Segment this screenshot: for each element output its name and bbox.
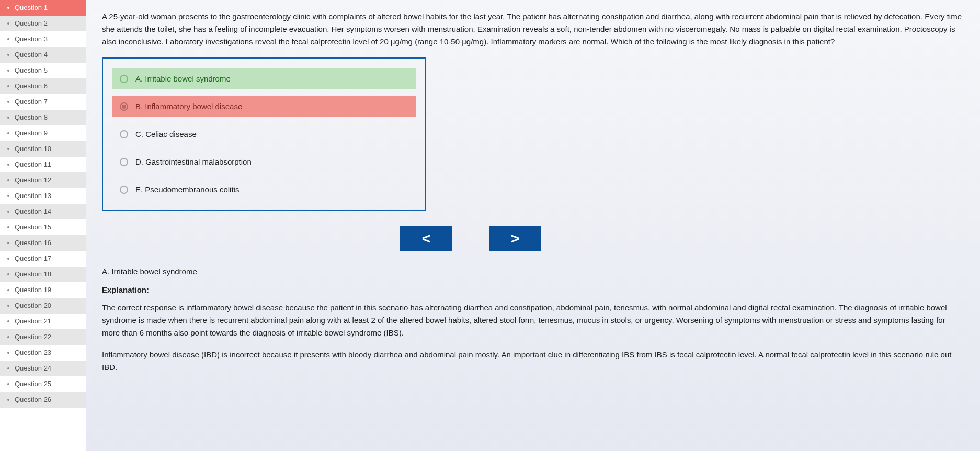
sidebar-item-question-7[interactable]: Question 7 [0, 94, 86, 110]
sidebar-item-question-18[interactable]: Question 18 [0, 267, 86, 282]
sidebar-item-question-17[interactable]: Question 17 [0, 251, 86, 267]
answer-option-e[interactable]: E. Pseudomembranous colitis [112, 179, 416, 200]
answer-option-b[interactable]: B. Inflammatory bowel disease [112, 96, 416, 117]
prev-button[interactable]: < [400, 226, 452, 251]
question-stem: A 25-year-old woman presents to the gast… [102, 10, 964, 48]
sidebar-item-question-15[interactable]: Question 15 [0, 219, 86, 235]
bullet-icon [7, 226, 9, 228]
sidebar-item-label: Question 8 [15, 113, 81, 121]
sidebar-item-question-1[interactable]: Question 1 [0, 0, 86, 16]
bullet-icon [7, 383, 9, 385]
bullet-icon [7, 117, 9, 119]
radio-icon [120, 158, 128, 166]
next-button[interactable]: > [489, 226, 541, 251]
sidebar-item-question-5[interactable]: Question 5 [0, 63, 86, 78]
bullet-icon [7, 336, 9, 338]
nav-buttons-row: < > [400, 226, 964, 251]
sidebar-item-question-8[interactable]: Question 8 [0, 110, 86, 125]
sidebar-item-label: Question 23 [15, 349, 81, 356]
sidebar-item-question-9[interactable]: Question 9 [0, 125, 86, 141]
option-text: C. Celiac disease [135, 130, 197, 138]
radio-icon [120, 186, 128, 194]
sidebar-item-label: Question 12 [15, 176, 81, 184]
sidebar-item-question-14[interactable]: Question 14 [0, 204, 86, 219]
sidebar-item-label: Question 17 [15, 255, 81, 262]
sidebar-item-question-22[interactable]: Question 22 [0, 329, 86, 345]
bullet-icon [7, 54, 9, 56]
sidebar-item-question-21[interactable]: Question 21 [0, 314, 86, 329]
main-content: A 25-year-old woman presents to the gast… [86, 0, 980, 451]
sidebar-item-label: Question 16 [15, 239, 81, 247]
bullet-icon [7, 7, 9, 9]
option-text: A. Irritable bowel syndrome [135, 74, 231, 83]
sidebar-item-label: Question 1 [15, 4, 81, 11]
sidebar-item-question-13[interactable]: Question 13 [0, 188, 86, 204]
explanation-paragraph: The correct response is inflammatory bow… [102, 302, 964, 339]
sidebar-item-label: Question 19 [15, 286, 81, 294]
sidebar-item-label: Question 24 [15, 364, 81, 372]
sidebar-item-question-10[interactable]: Question 10 [0, 141, 86, 157]
sidebar-item-label: Question 3 [15, 35, 81, 43]
option-text: D. Gastrointestinal malabsorption [135, 157, 252, 166]
options-panel: A. Irritable bowel syndromeB. Inflammato… [102, 57, 426, 211]
sidebar-item-label: Question 25 [15, 380, 81, 388]
answer-option-d[interactable]: D. Gastrointestinal malabsorption [112, 151, 416, 172]
sidebar-item-question-6[interactable]: Question 6 [0, 78, 86, 94]
option-text: B. Inflammatory bowel disease [135, 102, 242, 111]
answer-option-a[interactable]: A. Irritable bowel syndrome [112, 68, 416, 89]
sidebar-item-question-24[interactable]: Question 24 [0, 361, 86, 376]
sidebar-item-question-20[interactable]: Question 20 [0, 298, 86, 314]
sidebar-item-question-25[interactable]: Question 25 [0, 376, 86, 392]
correct-answer-heading: A. Irritable bowel syndrome [102, 267, 964, 276]
answer-option-c[interactable]: C. Celiac disease [112, 123, 416, 145]
bullet-icon [7, 148, 9, 150]
question-nav-sidebar: Question 1Question 2Question 3Question 4… [0, 0, 86, 451]
bullet-icon [7, 132, 9, 134]
bullet-icon [7, 85, 9, 87]
sidebar-item-question-19[interactable]: Question 19 [0, 282, 86, 298]
sidebar-item-label: Question 22 [15, 333, 81, 341]
sidebar-item-label: Question 2 [15, 19, 81, 27]
sidebar-item-question-12[interactable]: Question 12 [0, 172, 86, 188]
sidebar-item-label: Question 11 [15, 160, 81, 168]
bullet-icon [7, 399, 9, 401]
bullet-icon [7, 195, 9, 197]
sidebar-item-question-4[interactable]: Question 4 [0, 47, 86, 63]
bullet-icon [7, 22, 9, 25]
bullet-icon [7, 164, 9, 166]
explanation-paragraph: Inflammatory bowel disease (IBD) is inco… [102, 349, 964, 374]
bullet-icon [7, 258, 9, 260]
sidebar-item-label: Question 15 [15, 223, 81, 231]
bullet-icon [7, 273, 9, 275]
sidebar-item-label: Question 20 [15, 302, 81, 309]
sidebar-item-question-2[interactable]: Question 2 [0, 16, 86, 31]
sidebar-item-label: Question 5 [15, 66, 81, 74]
radio-icon [120, 130, 128, 138]
bullet-icon [7, 38, 9, 40]
sidebar-item-question-11[interactable]: Question 11 [0, 157, 86, 172]
bullet-icon [7, 367, 9, 369]
sidebar-item-label: Question 13 [15, 192, 81, 200]
sidebar-item-label: Question 7 [15, 98, 81, 106]
bullet-icon [7, 352, 9, 354]
sidebar-item-label: Question 21 [15, 317, 81, 325]
sidebar-item-question-16[interactable]: Question 16 [0, 235, 86, 251]
sidebar-item-label: Question 9 [15, 129, 81, 137]
sidebar-item-label: Question 4 [15, 51, 81, 59]
radio-icon [120, 75, 128, 83]
bullet-icon [7, 289, 9, 291]
sidebar-item-label: Question 6 [15, 82, 81, 90]
sidebar-item-label: Question 14 [15, 207, 81, 215]
bullet-icon [7, 305, 9, 307]
sidebar-item-question-23[interactable]: Question 23 [0, 345, 86, 361]
bullet-icon [7, 101, 9, 103]
sidebar-item-label: Question 10 [15, 145, 81, 153]
option-text: E. Pseudomembranous colitis [135, 185, 239, 194]
bullet-icon [7, 320, 9, 322]
radio-icon [120, 102, 128, 111]
sidebar-item-label: Question 18 [15, 270, 81, 278]
bullet-icon [7, 70, 9, 72]
sidebar-item-question-3[interactable]: Question 3 [0, 31, 86, 47]
bullet-icon [7, 211, 9, 213]
sidebar-item-question-26[interactable]: Question 26 [0, 392, 86, 408]
